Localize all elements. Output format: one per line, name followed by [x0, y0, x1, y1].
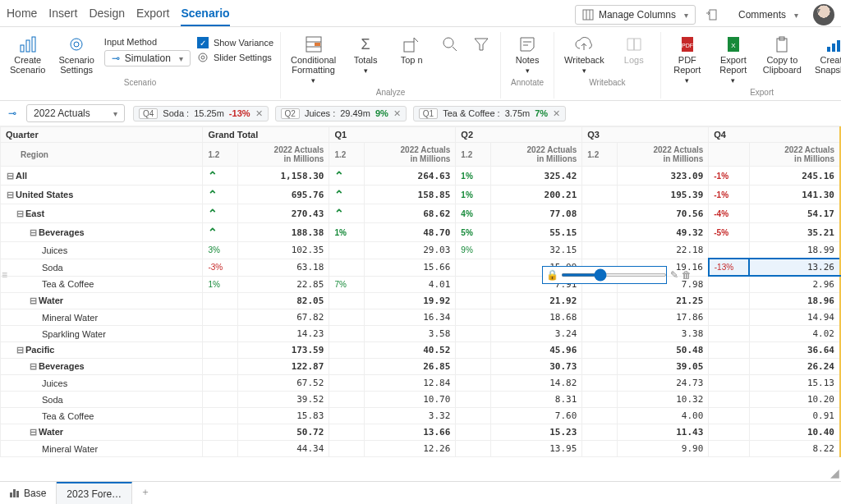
logs-label: Logs [624, 55, 644, 65]
table-row[interactable]: Soda-3%63.1815.6615.0919.16-13%13.26 [1, 259, 841, 276]
expand-icon[interactable]: ⊟ [29, 227, 37, 238]
svg-rect-0 [583, 10, 593, 20]
tab-design[interactable]: Design [89, 3, 125, 26]
svg-rect-5 [21, 45, 24, 52]
table-row[interactable]: Tea & Coffee15.833.327.604.000.91 [1, 408, 841, 424]
svg-rect-16 [404, 42, 414, 52]
filter-button[interactable] [469, 34, 494, 55]
notes-label: Notes [516, 55, 540, 65]
table-row[interactable]: Mineral Water67.8216.3418.6817.8614.94 [1, 309, 841, 326]
columns-icon [582, 9, 594, 21]
writeback-label: Writeback [564, 55, 604, 65]
table-row[interactable]: ⊟Beverages122.8726.8530.7339.0526.24 [1, 359, 841, 375]
group-label: Analyze [286, 86, 495, 99]
value-slider-popout[interactable]: 🔒 ✎ 🗑 [542, 266, 667, 284]
checkbox-icon [197, 37, 209, 48]
expand-icon[interactable]: ⊟ [29, 427, 37, 438]
col-q1[interactable]: Q1 [329, 127, 456, 143]
scenario-settings-button[interactable]: ScenarioSettings [55, 34, 97, 76]
row-drag-handle[interactable]: ≡ [2, 269, 7, 281]
table-row[interactable]: Sparkling Water14.233.583.243.384.02 [1, 326, 841, 342]
svg-point-9 [74, 42, 79, 47]
comments-label: Comments [738, 9, 786, 21]
close-icon[interactable]: ✕ [393, 108, 401, 119]
insert-comment-button[interactable] [699, 5, 724, 25]
scenario-select[interactable]: 2022 Actuals [26, 104, 125, 122]
table-row[interactable]: Soda39.5210.708.3110.3210.20 [1, 392, 841, 408]
table-row[interactable]: ⊟East⌃270.43⌃68.624%77.0870.56-4%54.17 [1, 204, 841, 223]
gear-icon [67, 35, 85, 53]
svg-text:X: X [731, 42, 736, 49]
col-region[interactable]: Region [1, 143, 203, 167]
table-row[interactable]: ⊟Pacific173.5940.5245.9650.4836.64 [1, 342, 841, 359]
totals-label: Totals [354, 55, 378, 65]
close-icon[interactable]: ✕ [255, 108, 263, 119]
lock-icon[interactable]: 🔒 [546, 269, 558, 281]
value-slider[interactable] [561, 273, 667, 277]
cloud-up-icon [575, 35, 593, 53]
tab-insert[interactable]: Insert [48, 3, 77, 26]
col-gt[interactable]: Grand Total [203, 127, 329, 143]
simulation-dropdown[interactable]: ⊸ Simulation [104, 50, 191, 66]
export-report-button[interactable]: X ExportReport▾ [714, 34, 753, 86]
svg-rect-6 [26, 40, 30, 52]
user-avatar[interactable] [813, 4, 834, 25]
filter-chip[interactable]: Q2Juices :29.49m9%✕ [275, 106, 407, 121]
copy-clipboard-button[interactable]: Copy toClipboard [760, 34, 805, 76]
expand-icon[interactable]: ⊟ [29, 296, 37, 306]
expand-icon[interactable]: ⊟ [16, 345, 24, 355]
snapshot-label: CreateSnapshot [815, 55, 841, 75]
tab-export[interactable]: Export [136, 3, 169, 26]
tab-home[interactable]: Home [7, 3, 37, 26]
table-row[interactable]: Tea & Coffee1%22.857%4.017.917.982.96 [1, 276, 841, 293]
svg-point-17 [443, 38, 453, 48]
col-q4[interactable]: Q4 [709, 127, 840, 143]
delete-icon[interactable]: 🗑 [682, 269, 692, 281]
bars-icon [19, 35, 37, 53]
manage-columns-button[interactable]: Manage Columns [575, 5, 696, 25]
col-q3[interactable]: Q3 [582, 127, 709, 143]
snapshot-icon [825, 35, 841, 53]
notes-button[interactable]: Notes ▾ [508, 34, 547, 76]
svg-line-18 [453, 47, 457, 51]
clipboard-icon [773, 35, 791, 53]
series-icon[interactable]: ⊸ [7, 108, 18, 119]
logs-button[interactable]: Logs [614, 34, 654, 66]
show-variance-toggle[interactable]: Show Variance [197, 37, 273, 48]
col-q2[interactable]: Q2 [456, 127, 582, 143]
filter-chip[interactable]: Q1Tea & Coffee :3.75m7%✕ [413, 106, 566, 121]
table-row[interactable]: Juices3%102.3529.039%32.1522.1818.99 [1, 242, 841, 259]
pdf-report-button[interactable]: PDF PDFReport▾ [668, 34, 707, 86]
col-quarter[interactable]: Quarter [1, 127, 203, 143]
create-scenario-button[interactable]: CreateScenario [7, 34, 48, 76]
search-button[interactable] [438, 34, 462, 55]
edit-icon[interactable]: ✎ [670, 269, 678, 281]
filter-chip[interactable]: Q4Soda :15.25m-13%✕ [133, 106, 269, 121]
table-row[interactable]: ⊟Beverages⌃188.381%48.705%55.1549.32-5%3… [1, 223, 841, 242]
slider-settings-button[interactable]: Slider Settings [197, 52, 273, 63]
comments-button[interactable]: Comments [732, 5, 805, 25]
table-row[interactable]: ⊟All⌃1,158.30⌃264.631%325.42323.09-1%245… [1, 167, 841, 186]
expand-icon[interactable]: ⊟ [29, 361, 37, 372]
table-row[interactable]: Juices67.5212.8414.8224.7315.13 [1, 375, 841, 392]
table-row[interactable]: ⊟Water50.7213.6615.2311.4310.40 [1, 424, 841, 441]
data-grid: Quarter Grand Total Q1 Q2 Q3 Q4 Region 1… [0, 126, 841, 457]
table-row[interactable]: ⊟United States⌃695.76⌃158.851%200.21195.… [1, 186, 841, 204]
expand-icon[interactable]: ⊟ [6, 190, 14, 200]
gear-icon [197, 52, 209, 63]
simulation-label: Simulation [125, 53, 171, 64]
input-method-label: Input Method [104, 37, 191, 47]
pdf-icon: PDF [678, 35, 696, 53]
expand-icon[interactable]: ⊟ [6, 171, 14, 181]
close-icon[interactable]: ✕ [553, 108, 560, 119]
conditional-formatting-button[interactable]: ConditionalFormatting ▾ [287, 34, 339, 86]
create-snapshot-button[interactable]: CreateSnapshot [811, 34, 841, 76]
expand-icon[interactable]: ⊟ [16, 208, 24, 219]
pdf-label: PDFReport [673, 55, 701, 75]
totals-button[interactable]: Σ Totals ▾ [346, 34, 385, 76]
tab-scenario[interactable]: Scenario [181, 3, 229, 26]
table-row[interactable]: Mineral Water44.3412.2613.959.908.22 [1, 441, 841, 457]
topn-button[interactable]: Top n [392, 34, 431, 66]
writeback-button[interactable]: Writeback ▾ [561, 34, 608, 76]
table-row[interactable]: ⊟Water82.0519.9221.9221.2518.96 [1, 293, 841, 309]
